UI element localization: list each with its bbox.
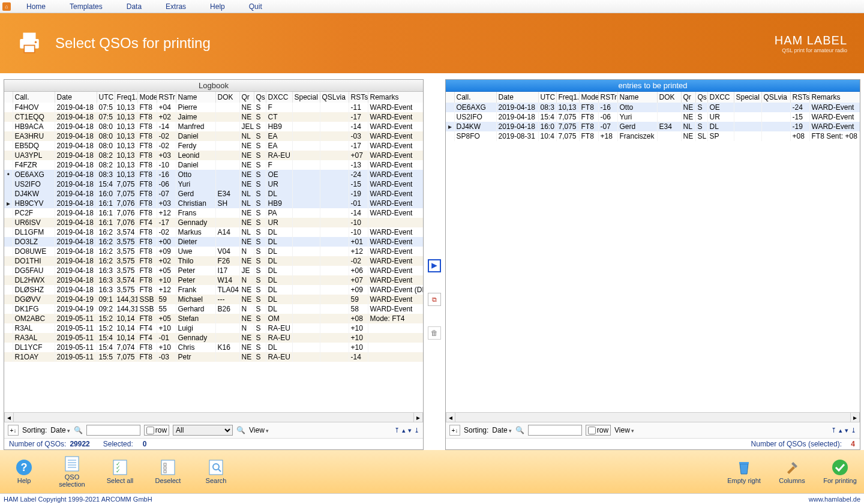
table-row[interactable]: DO3LZ2019-04-1816:23,575FT8+00DieterNESD… <box>4 237 423 247</box>
col-date[interactable]: Date <box>496 92 538 103</box>
col-marker[interactable] <box>446 92 454 103</box>
table-row[interactable]: US2IFO2019-04-1815:47,075FT8-06YuriNESUR… <box>4 179 423 189</box>
table-row[interactable]: DG5FAU2019-04-1816:33,575FT8+05PeterI17J… <box>4 266 423 275</box>
table-row[interactable]: R1OAY2019-05-1115:57,075FT8-03PetrNESRA-… <box>4 352 423 362</box>
col-rstr[interactable]: RSTr <box>157 92 176 103</box>
col-freq1[interactable]: Freq1. <box>556 92 579 103</box>
menu-help[interactable]: Help <box>198 1 237 12</box>
col-qs[interactable]: Qs <box>695 92 707 103</box>
table-row[interactable]: F4HOV2019-04-1807:510,13FT8+04PierreNESF… <box>4 103 423 112</box>
col-freq1[interactable]: Freq1. <box>115 92 137 103</box>
col-date[interactable]: Date <box>55 92 97 103</box>
menu-data[interactable]: Data <box>115 1 154 12</box>
table-row[interactable]: US2IFO2019-04-1815:47,075FT8-06YuriNESUR… <box>446 112 860 122</box>
col-remarks[interactable]: Remarks <box>809 92 860 103</box>
table-row[interactable]: ▸HB9CYV2019-04-1816:17,076FT8+03Christia… <box>4 199 423 208</box>
menu-templates[interactable]: Templates <box>58 1 115 12</box>
table-row[interactable]: UR6ISV2019-04-1816:17,076FT4-17GennadyNE… <box>4 218 423 227</box>
table-row[interactable]: EA3HRU2019-04-1808:010,13FT8-02DanielNLS… <box>4 131 423 141</box>
search-icon-2[interactable]: 🔍 <box>236 426 245 434</box>
table-row[interactable]: OE6AXG2019-04-1808:310,13FT8-16OttoNESOE… <box>446 103 860 112</box>
delete-button[interactable]: 🗑 <box>428 326 441 340</box>
table-row[interactable]: UA3YPL2019-04-1808:210,13FT8+03LeonidNES… <box>4 151 423 160</box>
col-mode[interactable]: Mode <box>579 92 598 103</box>
menu-quit[interactable]: Quit <box>237 1 274 12</box>
move-right-button[interactable] <box>428 259 441 272</box>
table-row[interactable]: R3AL2019-05-1115:210,14FT4+10LuigiNSRA-E… <box>4 323 423 333</box>
filter-all-select[interactable]: All <box>173 425 233 436</box>
print-hscroll[interactable]: ◂▸ <box>446 412 860 422</box>
help-button[interactable]: ? Help <box>6 459 42 484</box>
table-row[interactable]: DO1THI2019-04-1816:23,575FT8+02ThiloF26N… <box>4 256 423 266</box>
menu-extras[interactable]: Extras <box>154 1 198 12</box>
website-link[interactable]: www.hamlabel.de <box>809 496 860 503</box>
table-row[interactable]: DO8UWE2019-04-1816:23,575FT8+09UweV04NSD… <box>4 247 423 256</box>
table-row[interactable]: F4FZR2019-04-1808:210,13FT8-10DanielNESF… <box>4 160 423 170</box>
view-dropdown[interactable]: View▾ <box>249 426 269 434</box>
nav-arrows[interactable]: ⤒▴▾⤓ <box>394 427 419 434</box>
col-name[interactable]: Name <box>176 92 215 103</box>
col-dxcc[interactable]: DXCC <box>266 92 292 103</box>
sort-field[interactable]: Date▾ <box>50 426 70 434</box>
col-special[interactable]: Special <box>734 92 761 103</box>
table-row[interactable]: •OE6AXG2019-04-1808:310,13FT8-16OttoNESO… <box>4 170 423 179</box>
filter-input[interactable] <box>86 425 140 436</box>
insert-row-button[interactable]: +↓ <box>8 425 19 436</box>
table-row[interactable]: PC2F2019-04-1816:17,076FT8+12FransNESPA-… <box>4 208 423 218</box>
col-remarks[interactable]: Remarks <box>368 92 423 103</box>
link-button[interactable]: ⧉ <box>428 293 441 306</box>
table-row[interactable]: DGØVV2019-04-1909:1144,31SSB59Michael---… <box>4 295 423 304</box>
table-row[interactable]: HB9ACA2019-04-1808:010,13FT8-14ManfredJE… <box>4 122 423 131</box>
nav-arrows-r[interactable]: ⤒▴▾⤓ <box>831 427 856 434</box>
menu-home[interactable]: Home <box>14 1 58 12</box>
col-dok[interactable]: DOK <box>215 92 239 103</box>
columns-button[interactable]: Columns <box>774 459 810 484</box>
row-checkbox[interactable]: row <box>144 425 169 436</box>
col-rsts[interactable]: RSTs <box>790 92 809 103</box>
col-rsts[interactable]: RSTs <box>349 92 368 103</box>
col-marker[interactable] <box>4 92 13 103</box>
table-row[interactable]: ▸DJ4KW2019-04-1816:07,075FT8-07GerdE34NL… <box>446 122 860 131</box>
logbook-hscroll[interactable]: ◂▸ <box>4 412 423 422</box>
table-row[interactable]: DJ4KW2019-04-1816:07,075FT8-07GerdE34NLS… <box>4 189 423 199</box>
search-icon-r[interactable]: 🔍 <box>515 426 524 434</box>
select-all-button[interactable]: ✓✓✓ Select all <box>102 459 138 484</box>
table-row[interactable]: EB5DQ2019-04-1808:010,13FT8-02FerdyNESEA… <box>4 141 423 151</box>
filter-input-r[interactable] <box>528 425 582 436</box>
col-qr[interactable]: Qr <box>681 92 695 103</box>
table-row[interactable]: DL1YCF2019-05-1115:47,074FT8+10ChrisK16N… <box>4 343 423 352</box>
qso-selection-button[interactable]: QSO selection <box>54 455 90 488</box>
sort-field-r[interactable]: Date▾ <box>492 426 511 434</box>
col-rstr[interactable]: RSTr <box>598 92 617 103</box>
deselect-button[interactable]: Deselect <box>150 459 186 484</box>
table-row[interactable]: DK1FG2019-04-1909:2144,31SSB55GerhardB26… <box>4 304 423 314</box>
search-icon[interactable]: 🔍 <box>74 426 83 434</box>
col-name[interactable]: Name <box>617 92 657 103</box>
logbook-grid[interactable]: Call.DateUTCFreq1.ModeRSTrNameDOKQrQsDXC… <box>4 92 423 412</box>
table-row[interactable]: OM2ABC2019-05-1115:210,14FT8+05StefanNES… <box>4 314 423 323</box>
insert-row-button-r[interactable]: +↓ <box>449 425 460 436</box>
col-qs[interactable]: Qs <box>254 92 266 103</box>
col-call[interactable]: Call. <box>13 92 55 103</box>
for-printing-button[interactable]: For printing <box>822 459 858 484</box>
col-mode[interactable]: Mode <box>137 92 157 103</box>
table-row[interactable]: DL2HWX2019-04-1816:33,574FT8+10PeterW14N… <box>4 275 423 285</box>
view-dropdown-r[interactable]: View▾ <box>614 426 634 434</box>
col-qslvia[interactable]: QSLvia <box>320 92 349 103</box>
table-row[interactable]: CT1EQQ2019-04-1807:510,13FT8+02JaimeNESC… <box>4 112 423 122</box>
col-utc[interactable]: UTC <box>538 92 556 103</box>
col-special[interactable]: Special <box>292 92 320 103</box>
table-row[interactable]: SP8FO2019-08-3110:47,075FT8+18Franciszek… <box>446 131 860 141</box>
col-qr[interactable]: Qr <box>239 92 254 103</box>
table-row[interactable]: DL1GFM2019-04-1816:23,574FT8-02MarkusA14… <box>4 227 423 237</box>
empty-right-button[interactable]: Empty right <box>726 459 762 484</box>
col-dok[interactable]: DOK <box>657 92 681 103</box>
col-utc[interactable]: UTC <box>97 92 115 103</box>
table-row[interactable]: DLØSHZ2019-04-1816:33,575FT8+12FrankTLA0… <box>4 285 423 295</box>
row-checkbox-r[interactable]: row <box>586 425 611 436</box>
print-grid[interactable]: Call.DateUTCFreq1.ModeRSTrNameDOKQrQsDXC… <box>446 92 860 412</box>
col-call[interactable]: Call. <box>454 92 496 103</box>
col-dxcc[interactable]: DXCC <box>707 92 734 103</box>
table-row[interactable]: RA3AL2019-05-1115:410,14FT4-01GennadyNES… <box>4 333 423 343</box>
col-qslvia[interactable]: QSLvia <box>761 92 790 103</box>
